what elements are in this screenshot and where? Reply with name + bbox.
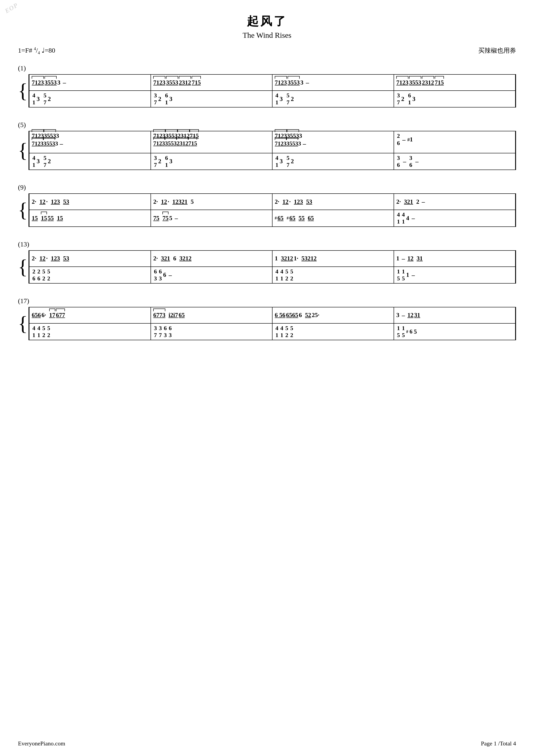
cell-13-u-4: 1 – 12 31 (394, 251, 516, 266)
note-group: 715 (435, 79, 444, 86)
cell-17-u-4: 3 – 12 31 (394, 308, 516, 323)
author-info: 买辣椒也用券 (478, 46, 516, 55)
system-wrapper-1: { 7123 3553 3 – 7123 3553 2312 715 7123 (18, 74, 516, 107)
note-group: 2312 (179, 79, 191, 86)
note-group: 677 (56, 312, 65, 319)
vstack: 52 (42, 268, 45, 282)
title-section: 起风了 The Wind Rises (18, 14, 516, 40)
watermark-text: EOP (4, 2, 19, 15)
note-group: 15 (41, 215, 47, 222)
meta-row: 1=F# 4/4 ♩=80 买辣椒也用券 (18, 46, 516, 55)
staves-13: 2· 12· 123 53 2· 321 6 3212 1 3212 1· 53… (29, 250, 516, 284)
vstack: 52 (285, 325, 288, 338)
section-1: (1) { 7123 3553 3 – 7123 3553 2312 715 (18, 64, 516, 107)
title-chinese: 起风了 (18, 14, 516, 29)
section-label-13: (13) (18, 240, 516, 248)
vstack: 61 (408, 92, 411, 106)
section-5: (5) { 7123 3553 3 7123 3553 3 – (18, 121, 516, 170)
note-group: 7123 (32, 140, 43, 147)
note-group: 75 (163, 215, 168, 222)
vstack: 63 (169, 325, 172, 338)
note-group: 3553 (43, 140, 55, 147)
staff-lower-1: 41 3 57 2 37 2 61 3 41 3 57 (29, 91, 516, 107)
cell-13-l-2: 63 63 6 – (151, 267, 272, 283)
vstack: 41 (280, 268, 283, 282)
cell-17-l-4: 15 15 #6 5 (394, 324, 516, 340)
dash: – (63, 79, 66, 86)
staff-upper-13: 2· 12· 123 53 2· 321 6 3212 1 3212 1· 53… (29, 250, 516, 266)
note-group: 2312 (177, 140, 188, 147)
vstack: 52 (42, 325, 45, 338)
vstack: 15 (402, 268, 405, 282)
staff-lower-9: 15 15 55 15 75 75 5 – #65 #65 55 65 (29, 209, 516, 227)
vstack: 26 (37, 268, 40, 282)
section-label-17: (17) (18, 297, 516, 305)
vstack: 52 (285, 268, 288, 282)
note-group: 3553 (288, 79, 300, 86)
vstack: 52 (290, 268, 293, 282)
cell-5-u1-4: 26 – #1 (394, 131, 516, 153)
staves-1: 7123 3553 3 – 7123 3553 2312 715 7123 35… (29, 74, 516, 107)
cell-1-u-4: 7123 3553 2312 715 (394, 75, 516, 91)
cell-1-l-1: 41 3 57 2 (29, 91, 151, 107)
vstack: 63 (159, 268, 162, 282)
vstack: 37 (159, 325, 162, 338)
cell-17-l-2: 37 37 63 63 (151, 324, 272, 340)
vstack: 41 (32, 92, 35, 106)
cell-9-u-1: 2· 12· 123 53 (29, 194, 151, 209)
vstack: 57 (43, 154, 46, 169)
cell-9-u-3: 2· 12· 123 53 (272, 194, 394, 209)
vstack: 61 (165, 92, 168, 106)
brace-13: { (18, 250, 29, 284)
vstack: 37 (154, 92, 157, 106)
brace-9: { (18, 193, 29, 227)
vstack: 52 (290, 325, 293, 338)
staff-lower-17: 41 41 52 52 37 37 63 63 41 41 52 52 (29, 323, 516, 340)
note-group: 7123 (32, 79, 44, 86)
cell-9-l-4: 41 41 4 – (394, 210, 516, 226)
title-english: The Wind Rises (18, 31, 516, 40)
vstack: 15 (397, 325, 400, 338)
note-group: 715 (191, 79, 201, 86)
vstack: 37 (397, 92, 400, 106)
vstack: 15 (402, 325, 405, 338)
brace-5: { (18, 131, 29, 170)
vstack: 57 (287, 92, 290, 106)
vstack: 63 (154, 268, 157, 282)
vstack: 41 (32, 325, 35, 338)
tempo-info: 1=F# 4/4 ♩=80 (18, 46, 55, 55)
vstack: 52 (47, 268, 50, 282)
vstack: 41 (275, 154, 278, 169)
note-group: 3553 (165, 140, 177, 147)
cell-13-u-1: 2· 12· 123 53 (29, 251, 151, 266)
cell-17-u-2: 6773 i2i7 65 (151, 308, 272, 323)
note-group: 715 (188, 140, 197, 147)
cell-9-l-1: 15 15 55 15 (29, 210, 151, 226)
cell-5-l-4: 36 – 36 – (394, 153, 516, 170)
staves-9: 2· 12· 123 53 2· 12· 12321 5 2· 12· 123 … (29, 193, 516, 227)
cell-1-l-4: 37 2 61 3 (394, 91, 516, 107)
vstack: 57 (43, 92, 46, 106)
cell-1-l-3: 41 3 57 2 (272, 91, 394, 107)
footer: EveryonePiano.com Page 1 /Total 4 (18, 740, 516, 747)
cell-13-l-4: 15 15 1 – (394, 267, 516, 283)
staves-17: 656 6· 17 677 6773 i2i7 65 6 56 6565 6 5… (29, 307, 516, 340)
staff-lower-5: 41 3 57 2 37 2 61 3 41 3 57 (29, 153, 516, 170)
note-group: 2312 (422, 79, 434, 86)
cell-1-u-3: 7123 3553 3 – (272, 75, 394, 91)
system-wrapper-13: { 2· 12· 123 53 2· 321 6 3212 1 (18, 250, 516, 284)
note-group: 17 (49, 312, 55, 319)
note-group: 7123 (153, 140, 165, 147)
system-wrapper-9: { 2· 12· 123 53 2· 12· 12321 5 2· (18, 193, 516, 227)
cell-9-u-4: 2· 321 2 – (394, 194, 516, 209)
dash: – (306, 79, 309, 86)
vstack: 41 (275, 325, 278, 338)
vstack: 41 (37, 325, 40, 338)
cell-13-u-3: 1 3212 1· 53212 (272, 251, 394, 266)
vstack: 41 (32, 154, 35, 169)
cell-5-l-1: 41 3 57 2 (29, 153, 151, 170)
vstack: 6 (410, 328, 413, 335)
brace-17: { (18, 307, 29, 340)
cell-5-u1-3: 7123 3553 3 7123 3553 3 – (272, 131, 394, 153)
section-label-1: (1) (18, 64, 516, 72)
